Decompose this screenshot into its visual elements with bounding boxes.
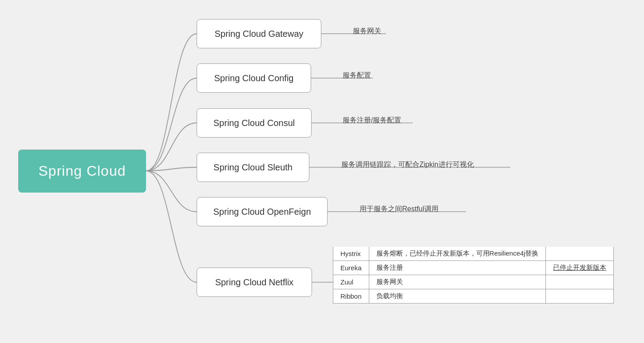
netflix-item-name: Eureka xyxy=(333,261,369,275)
netflix-item-note xyxy=(546,247,614,261)
table-row: Zuul 服务网关 xyxy=(333,275,614,289)
sleuth-node: Spring Cloud Sleuth xyxy=(197,153,309,182)
netflix-item-desc: 服务网关 xyxy=(369,275,546,289)
netflix-item-desc: 服务熔断，已经停止开发新版本，可用Resilience4j替换 xyxy=(369,247,546,261)
gateway-node: Spring Cloud Gateway xyxy=(197,19,321,48)
netflix-item-desc: 负载均衡 xyxy=(369,289,546,304)
netflix-item-note xyxy=(546,289,614,304)
table-row: Eureka 服务注册 已停止开发新版本 xyxy=(333,261,614,275)
config-node: Spring Cloud Config xyxy=(197,63,311,93)
config-leaf: 服务配置 xyxy=(343,71,371,80)
gateway-leaf: 服务网关 xyxy=(353,27,381,36)
netflix-item-name: Ribbon xyxy=(333,289,369,304)
netflix-node: Spring Cloud Netflix xyxy=(197,268,312,297)
diagram: Spring Cloud Spring Cloud Gateway Spring… xyxy=(0,0,644,343)
consul-node: Spring Cloud Consul xyxy=(197,108,312,138)
netflix-table: Hystrix 服务熔断，已经停止开发新版本，可用Resilience4j替换 … xyxy=(333,247,614,304)
center-node: Spring Cloud xyxy=(18,150,146,193)
table-row: Hystrix 服务熔断，已经停止开发新版本，可用Resilience4j替换 xyxy=(333,247,614,261)
netflix-item-name: Zuul xyxy=(333,275,369,289)
consul-leaf: 服务注册/服务配置 xyxy=(343,116,401,125)
openfeign-node: Spring Cloud OpenFeign xyxy=(197,197,328,226)
netflix-item-note xyxy=(546,275,614,289)
netflix-item-note: 已停止开发新版本 xyxy=(546,261,614,275)
netflix-item-desc: 服务注册 xyxy=(369,261,546,275)
center-node-label: Spring Cloud xyxy=(39,163,126,179)
table-row: Ribbon 负载均衡 xyxy=(333,289,614,304)
sleuth-leaf: 服务调用链跟踪，可配合Zipkin进行可视化 xyxy=(341,160,474,170)
openfeign-leaf: 用于服务之间Restful调用 xyxy=(360,205,439,214)
netflix-item-name: Hystrix xyxy=(333,247,369,261)
